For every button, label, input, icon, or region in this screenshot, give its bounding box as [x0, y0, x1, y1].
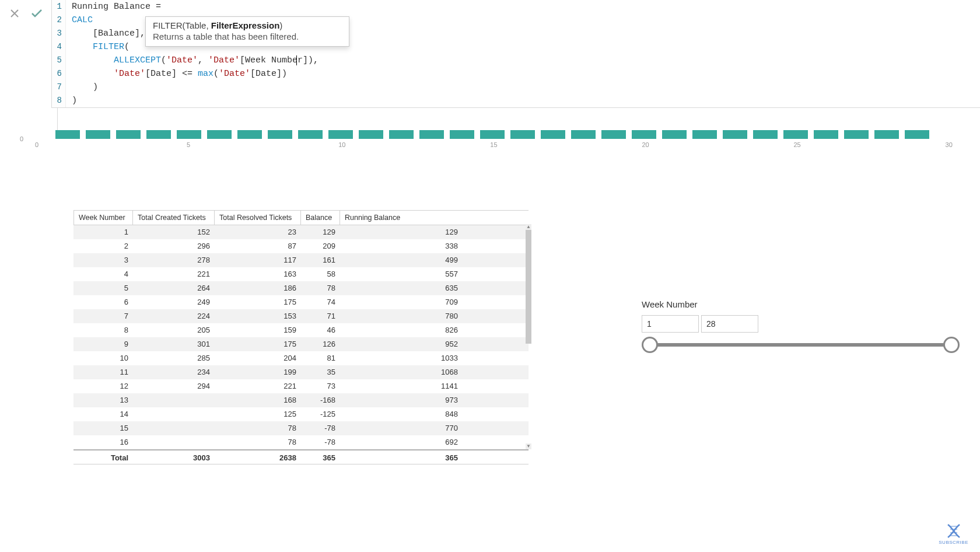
table-cell: 35 [301, 365, 340, 379]
table-cell: 2 [74, 239, 133, 253]
table-cell: 205 [133, 323, 215, 337]
scroll-down-icon[interactable]: ▼ [526, 443, 531, 449]
total-resolved: 2638 [215, 450, 301, 464]
table-cell: 952 [340, 337, 463, 351]
chart-bar[interactable] [146, 130, 171, 139]
x-axis-tick: 5 [187, 141, 190, 148]
slider-handle-min[interactable] [642, 337, 658, 353]
table-cell [133, 393, 215, 407]
slider-track[interactable] [650, 343, 951, 347]
chart-bar[interactable] [177, 130, 201, 139]
table-cell: 848 [340, 407, 463, 421]
chart-bar[interactable] [571, 130, 596, 139]
chart-bar[interactable] [359, 130, 383, 139]
line-number: 7 [52, 81, 66, 94]
slicer-min-input[interactable] [642, 315, 699, 333]
table-cell: 129 [301, 225, 340, 239]
chart-bar[interactable] [510, 130, 535, 139]
table-cell: 204 [215, 351, 301, 365]
table-row[interactable]: 1578-78770 [74, 421, 528, 435]
chart-bar[interactable] [268, 130, 292, 139]
table-cell: 168 [215, 393, 301, 407]
week-number-slicer[interactable]: Week Number [642, 299, 960, 347]
table-cell: 14 [74, 407, 133, 421]
table-cell: 10 [74, 351, 133, 365]
table-cell: 46 [301, 323, 340, 337]
column-header-balance[interactable]: Balance [301, 211, 340, 225]
chart-bar[interactable] [905, 130, 929, 139]
chart-bar[interactable] [207, 130, 232, 139]
slider-handle-max[interactable] [943, 337, 960, 353]
table-row[interactable]: 820515946826 [74, 323, 528, 337]
table-row[interactable]: 12294221731141 [74, 379, 528, 393]
chart-bar[interactable] [237, 130, 262, 139]
chart-bar[interactable] [541, 130, 565, 139]
table-cell: 81 [301, 351, 340, 365]
chart-bar[interactable] [844, 130, 869, 139]
chart-bar[interactable] [419, 130, 444, 139]
table-row[interactable]: 422116358557 [74, 267, 528, 281]
table-cell: 301 [133, 337, 215, 351]
table-cell: 557 [340, 267, 463, 281]
chart-bar[interactable] [389, 130, 414, 139]
table-cell: 4 [74, 267, 133, 281]
column-header-created[interactable]: Total Created Tickets [133, 211, 215, 225]
table-cell: 294 [133, 379, 215, 393]
cancel-formula-button[interactable] [8, 7, 21, 20]
chart-bar[interactable] [450, 130, 474, 139]
table-row[interactable]: 115223129129 [74, 225, 528, 239]
table-row[interactable]: 9301175126952 [74, 337, 528, 351]
scroll-up-icon[interactable]: ▲ [526, 224, 531, 230]
chart-bar[interactable] [753, 130, 778, 139]
column-header-running[interactable]: Running Balance [340, 211, 463, 225]
table-row[interactable]: 526418678635 [74, 281, 528, 295]
code-text: 'Date'[Date] <= max('Date'[Date]) [66, 67, 287, 81]
column-header-resolved[interactable]: Total Resolved Tickets [215, 211, 301, 225]
helix-icon [944, 523, 963, 539]
chart-bar[interactable] [116, 130, 141, 139]
table-cell: 234 [133, 365, 215, 379]
chart-bar[interactable] [480, 130, 505, 139]
chart-bar[interactable] [328, 130, 353, 139]
table-row[interactable]: 1678-78692 [74, 435, 528, 449]
table-row[interactable]: 229687209338 [74, 239, 528, 253]
table-cell: 153 [215, 309, 301, 323]
chart-bar[interactable] [814, 130, 838, 139]
table-cell: 635 [340, 281, 463, 295]
table-row[interactable]: 13168-168973 [74, 393, 528, 407]
chart-bar[interactable] [86, 130, 110, 139]
chart-bar[interactable] [601, 130, 626, 139]
chart-bar[interactable] [298, 130, 323, 139]
table-cell: 221 [133, 267, 215, 281]
table-scrollbar[interactable]: ▲ ▼ [526, 224, 531, 449]
table-cell: 692 [340, 435, 463, 449]
table-cell: -125 [301, 407, 340, 421]
table-cell: 13 [74, 393, 133, 407]
table-row[interactable]: 624917574709 [74, 295, 528, 309]
table-body: 1152231291292296872093383278117161499422… [74, 225, 528, 449]
chart-bar[interactable] [55, 130, 80, 139]
table-row[interactable]: 14125-125848 [74, 407, 528, 421]
table-row[interactable]: 10285204811033 [74, 351, 528, 365]
slicer-max-input[interactable] [701, 315, 758, 333]
chart-bar[interactable] [662, 130, 687, 139]
data-table-visual[interactable]: Week Number Total Created Tickets Total … [74, 210, 528, 464]
y-axis-tick: 0 [0, 135, 23, 142]
table-cell: 264 [133, 281, 215, 295]
table-cell: 126 [301, 337, 340, 351]
table-row[interactable]: 722415371780 [74, 309, 528, 323]
formula-editor[interactable]: 1Running Balance = 2CALC 3 [Balance], 4 … [51, 0, 980, 108]
chart-bar[interactable] [783, 130, 808, 139]
chart-bar[interactable] [874, 130, 899, 139]
line-number: 2 [52, 13, 66, 27]
table-row[interactable]: 11234199351068 [74, 365, 528, 379]
slicer-range-inputs [642, 315, 960, 333]
column-header-week[interactable]: Week Number [74, 211, 133, 225]
chart-bar[interactable] [723, 130, 747, 139]
scroll-thumb[interactable] [526, 230, 531, 344]
table-row[interactable]: 3278117161499 [74, 253, 528, 267]
table-cell: 499 [340, 253, 463, 267]
chart-bar[interactable] [632, 130, 656, 139]
commit-formula-button[interactable] [30, 7, 43, 20]
chart-bar[interactable] [692, 130, 717, 139]
